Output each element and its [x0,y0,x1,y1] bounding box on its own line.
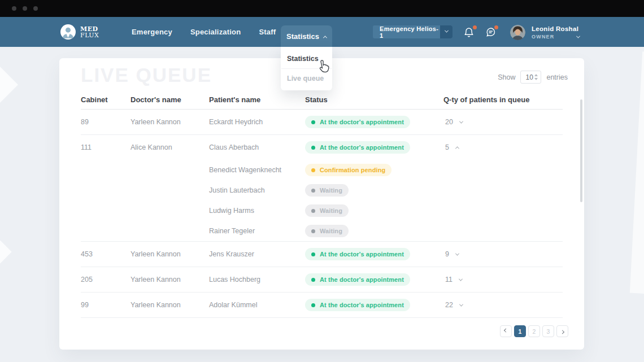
navbar: MED FLUX Emergency Specialization Staff … [0,17,644,47]
entries-input[interactable]: 10 [520,71,541,84]
status-badge: Confirmation pending [305,164,391,176]
entries-stepper[interactable] [534,74,538,80]
patient-name: Ludwig Harms [209,200,305,221]
notification-dot-icon [473,25,477,29]
qty-line: 22 [443,293,563,317]
cabinet-cell: 453 [81,242,130,267]
queue-count-toggle[interactable]: 11 [443,276,462,284]
cabinet-cell: 89 [81,110,130,134]
notifications-button[interactable] [463,27,476,39]
status-dot-icon [311,303,315,307]
doctor-cell: Yarleen Kannon [130,267,209,292]
patient-name: Claus Aberbach [209,135,305,160]
user-role: OWNER [532,34,578,40]
page-button[interactable]: 3 [542,325,554,337]
queue-count-toggle[interactable]: 22 [443,301,463,309]
qty-cell: 5 [443,135,563,241]
chevron-down-icon [444,29,448,33]
status-dot-icon [311,209,315,213]
doctor-cell: Yarleen Kannon [130,242,209,267]
column-header-qty: Q-ty of patients in queue [443,95,563,104]
chevron-right-icon [560,330,564,334]
status-badge: At the doctor's appointment [305,273,410,286]
queue-count-toggle[interactable]: 20 [443,118,463,126]
page-buttons: 123 [514,325,554,337]
nav-item-emergency[interactable]: Emergency [132,28,172,36]
clinic-select[interactable]: Emergency Helios-1 [373,25,452,38]
status-badge: At the doctor's appointment [305,116,410,128]
chevron-down-icon [459,277,463,281]
qty-cell: 22 [443,293,563,317]
cabinet-cell: 99 [81,293,130,317]
patients-cell: Claus AberbachBenedict WagenknechtJustin… [209,135,305,241]
message-dot-icon [494,25,498,29]
user-menu[interactable]: Leonid Roshal OWNER [510,25,578,40]
column-header-status: Status [305,95,443,104]
show-label: Show [498,73,515,81]
status-line: Waiting [305,200,443,221]
nav-item-statistics-label: Statistics [286,32,319,41]
doctor-name: Yarleen Kannon [130,242,209,267]
statuses-cell: At the doctor's appointment [305,242,443,267]
pagination: 123 [500,325,568,337]
patient-name: Eckardt Heydrich [209,110,305,134]
table-row: 99Yarleen KannonAdolar KümmelAt the doct… [81,293,563,318]
cabinet-cell: 111 [81,135,130,241]
status-badge: Waiting [305,204,349,217]
table-row: 205Yarleen KannonLucas HochbergAt the do… [81,267,563,293]
nav-item-statistics[interactable]: Statistics [281,25,332,47]
messages-button[interactable] [485,27,497,39]
live-queue-card: LIVE QUEUE Show 10 entries Cabinet Docto… [59,58,584,350]
status-line: At the doctor's appointment [305,110,443,134]
status-dot-icon [311,252,315,256]
status-line: At the doctor's appointment [305,135,443,160]
window-control-icon[interactable] [23,6,27,11]
page-button[interactable]: 2 [528,325,540,337]
cabinet-number: 89 [81,110,130,134]
hand-cursor-icon [316,58,330,76]
prev-page-button[interactable] [500,325,512,337]
qty-line: 20 [443,110,563,134]
column-header-doctor: Doctor's name [130,95,209,104]
brand-logo[interactable]: MED FLUX [60,24,99,40]
next-page-button[interactable] [556,325,568,337]
page-button[interactable]: 1 [514,325,526,337]
status-line: At the doctor's appointment [305,293,443,317]
background-decoration [630,51,644,294]
queue-count-toggle[interactable]: 5 [443,143,459,151]
status-badge: At the doctor's appointment [305,299,410,311]
scrollbar-thumb[interactable] [580,99,582,202]
qty-line: 11 [443,267,563,292]
chevron-up-icon [323,36,327,40]
chevron-down-icon [459,302,463,306]
window-control-icon[interactable] [33,6,38,11]
status-line: At the doctor's appointment [305,242,443,267]
status-dot-icon [311,189,315,193]
status-dot-icon [311,120,315,124]
qty-cell: 9 [443,242,563,267]
patients-cell: Adolar Kümmel [209,293,305,317]
cabinet-number: 453 [81,242,130,267]
user-meta: Leonid Roshal OWNER [532,25,578,40]
brand-text: MED FLUX [80,26,99,38]
patient-name: Adolar Kümmel [209,293,305,317]
cabinet-number: 99 [81,293,130,317]
nav-item-specialization[interactable]: Specialization [190,28,241,36]
window-control-icon[interactable] [12,6,16,11]
clinic-select-caret [440,25,452,38]
column-header-patient: Patient's name [209,95,305,104]
table-header: Cabinet Doctor's name Patient's name Sta… [81,95,563,104]
status-line: Waiting [305,221,443,241]
column-header-cabinet: Cabinet [81,95,130,104]
chevron-up-icon [455,146,459,150]
user-menu-caret[interactable] [577,30,580,41]
patient-name: Jens Krauszer [209,242,305,267]
page-title: LIVE QUEUE [81,64,212,86]
queue-count-toggle[interactable]: 9 [443,250,459,258]
entries-label: entries [546,73,568,81]
stepper-down-icon [534,78,538,80]
status-dot-icon [311,146,315,150]
nav-item-staff[interactable]: Staff [259,28,276,36]
table-row: 111Alice KannonClaus AberbachBenedict Wa… [81,135,563,242]
background-decoration [0,66,18,104]
